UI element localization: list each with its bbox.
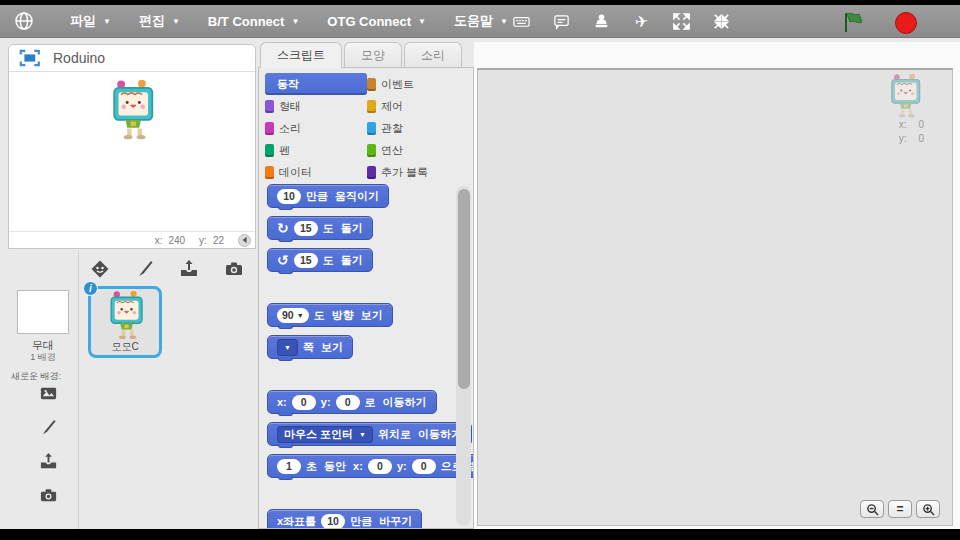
tab-1[interactable]: 모양 bbox=[344, 42, 402, 67]
tab-0[interactable]: 스크립트 bbox=[260, 42, 342, 68]
stage-y-value: 22 bbox=[213, 235, 224, 246]
category-7[interactable]: 연산 bbox=[367, 139, 465, 161]
category-6[interactable]: 펜 bbox=[265, 139, 367, 161]
category-1[interactable]: 이벤트 bbox=[367, 73, 465, 95]
block-label: 만큼 움직이기 bbox=[306, 189, 379, 204]
upload-backdrop-icon[interactable] bbox=[37, 450, 59, 472]
tab-2[interactable]: 소리 bbox=[404, 42, 462, 67]
menu-label: 파일 bbox=[70, 12, 96, 30]
category-label: 연산 bbox=[381, 143, 403, 158]
menu-label: 편집 bbox=[139, 12, 165, 30]
sprite-card-momoc[interactable]: i 모모C bbox=[88, 286, 162, 358]
value-input[interactable]: 0 bbox=[292, 395, 316, 410]
zoom-out-button[interactable] bbox=[860, 500, 884, 518]
block-dropdown[interactable]: 마우스 포인터▼ bbox=[277, 426, 373, 443]
menu-label: OTG Connect bbox=[327, 14, 411, 29]
category-color-chip bbox=[265, 122, 274, 135]
menu-list: 파일▼편집▼B/T Connect▼OTG Connect▼도움말▼ bbox=[56, 5, 522, 38]
value-input[interactable]: 10 bbox=[321, 514, 345, 529]
chevron-down-icon: ▼ bbox=[297, 312, 304, 319]
category-9[interactable]: 추가 블록 bbox=[367, 161, 465, 183]
block-glide-to-xy[interactable]: 1초 동안 x:0y:0으로 움직이기 bbox=[267, 454, 474, 478]
category-5[interactable]: 관찰 bbox=[367, 117, 465, 139]
category-3[interactable]: 제어 bbox=[367, 95, 465, 117]
shrink-sprite-icon[interactable] bbox=[712, 12, 731, 31]
block-label: x좌표를 bbox=[277, 514, 316, 529]
block-label: x: bbox=[277, 396, 287, 408]
chevron-down-icon: ▼ bbox=[500, 17, 508, 26]
zoom-controls: = bbox=[860, 500, 940, 518]
menu-3[interactable]: OTG Connect▼ bbox=[313, 5, 440, 38]
chevron-down-icon: ▼ bbox=[172, 17, 180, 26]
menu-label: B/T Connect bbox=[208, 14, 285, 29]
category-8[interactable]: 데이터 bbox=[265, 161, 367, 183]
value-input[interactable]: 0 bbox=[368, 459, 392, 474]
menu-0[interactable]: 파일▼ bbox=[56, 5, 125, 38]
sprite-info-icon[interactable]: i bbox=[83, 281, 98, 296]
block-point-towards[interactable]: ▼쪽 보기 bbox=[267, 335, 353, 359]
block-turn-ccw[interactable]: ↺15도 돌기 bbox=[267, 248, 373, 272]
menu-2[interactable]: B/T Connect▼ bbox=[194, 5, 313, 38]
comment-icon[interactable] bbox=[552, 12, 571, 31]
category-color-chip bbox=[367, 144, 376, 157]
language-globe-icon[interactable] bbox=[14, 11, 34, 31]
collapse-stage-button[interactable] bbox=[238, 234, 251, 247]
backdrop-library-icon[interactable] bbox=[37, 382, 59, 404]
coord-x-value: 0 bbox=[918, 118, 924, 132]
grow-sprite-icon[interactable] bbox=[672, 12, 691, 31]
value-input[interactable]: 15 bbox=[294, 253, 318, 268]
stage-canvas[interactable] bbox=[9, 72, 255, 231]
menu-4[interactable]: 도움말▼ bbox=[440, 5, 522, 38]
category-label: 이벤트 bbox=[381, 77, 414, 92]
coord-y-value: 0 bbox=[918, 132, 924, 146]
upload-icon[interactable] bbox=[178, 258, 200, 280]
value-input[interactable]: 0 bbox=[412, 459, 436, 474]
zoom-reset-button[interactable]: = bbox=[888, 500, 912, 518]
scripts-canvas[interactable]: x: 0 y: 0 = bbox=[477, 68, 953, 526]
block-label: 도 돌기 bbox=[323, 253, 363, 268]
stop-button[interactable] bbox=[895, 12, 917, 34]
paint-backdrop-icon[interactable] bbox=[37, 416, 59, 438]
block-list: 10만큼 움직이기↻15도 돌기↺15도 돌기90▼도 방향 보기▼쪽 보기x:… bbox=[267, 184, 474, 529]
value-input[interactable]: 15 bbox=[294, 221, 318, 236]
keyboard-icon[interactable] bbox=[512, 12, 531, 31]
fullscreen-icon[interactable] bbox=[19, 49, 41, 67]
value-input[interactable]: 10 bbox=[277, 189, 301, 204]
category-2[interactable]: 형태 bbox=[265, 95, 367, 117]
green-flag-icon[interactable] bbox=[843, 11, 867, 33]
value-input[interactable]: 0 bbox=[336, 395, 360, 410]
block-change-x-by[interactable]: x좌표를10만큼 바꾸기 bbox=[267, 509, 422, 529]
block-go-to-xy[interactable]: x:0y:0로 이동하기 bbox=[267, 390, 437, 414]
stage-sprite-momoc[interactable] bbox=[109, 80, 161, 146]
category-label: 형태 bbox=[279, 99, 301, 114]
camera-icon[interactable] bbox=[223, 258, 245, 280]
block-point-in-direction[interactable]: 90▼도 방향 보기 bbox=[267, 303, 393, 327]
panel-divider bbox=[78, 252, 79, 529]
new-sprite-toolbar bbox=[78, 256, 256, 282]
block-go-to-mouse-pointer[interactable]: 마우스 포인터▼위치로 이동하기 bbox=[267, 422, 472, 446]
value-dropdown[interactable]: 90▼ bbox=[277, 308, 309, 323]
scrollbar-thumb[interactable] bbox=[458, 189, 470, 389]
block-move-steps[interactable]: 10만큼 움직이기 bbox=[267, 184, 389, 208]
sprite-name: 모모C bbox=[91, 340, 159, 354]
block-label: 만큼 바꾸기 bbox=[350, 514, 412, 529]
block-dropdown[interactable]: ▼ bbox=[277, 339, 298, 356]
category-color-chip bbox=[367, 78, 376, 91]
new-backdrop-toolbar bbox=[30, 382, 66, 506]
menu-1[interactable]: 편집▼ bbox=[125, 5, 194, 38]
stage-x-label: x: bbox=[155, 235, 163, 246]
paint-brush-icon[interactable] bbox=[134, 258, 156, 280]
block-turn-cw[interactable]: ↻15도 돌기 bbox=[267, 216, 373, 240]
category-0[interactable]: 동작 bbox=[265, 73, 367, 95]
airplane-icon[interactable]: ✈ bbox=[632, 12, 651, 31]
palette-scrollbar[interactable] bbox=[456, 186, 471, 526]
category-color-chip bbox=[265, 166, 274, 179]
camera-backdrop-icon[interactable] bbox=[37, 484, 59, 506]
stage-thumbnail[interactable] bbox=[17, 290, 69, 334]
block-label: 도 방향 보기 bbox=[314, 308, 383, 323]
new-sprite-library-icon[interactable] bbox=[89, 258, 111, 280]
zoom-in-button[interactable] bbox=[916, 500, 940, 518]
value-input[interactable]: 1 bbox=[277, 459, 301, 474]
category-4[interactable]: 소리 bbox=[265, 117, 367, 139]
stamp-duplicate-icon[interactable] bbox=[592, 12, 611, 31]
